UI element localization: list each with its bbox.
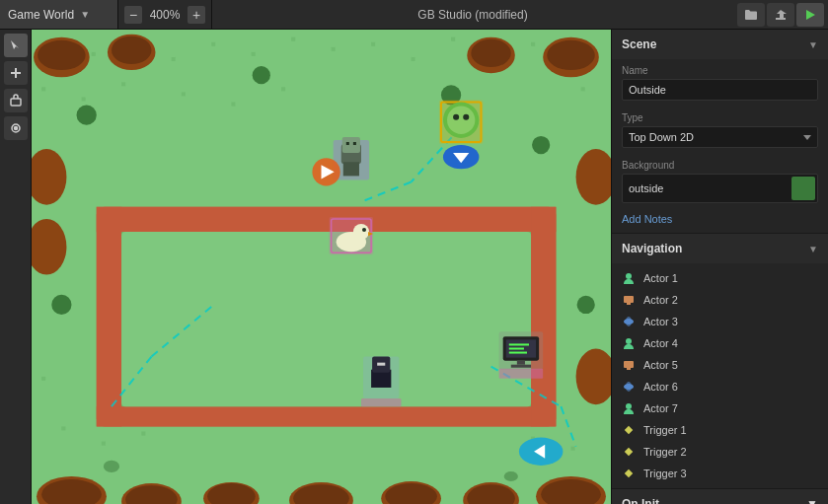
nav-item[interactable]: Actor 3: [612, 311, 828, 332]
svg-point-40: [77, 106, 97, 125]
svg-point-72: [463, 114, 469, 120]
svg-point-43: [532, 136, 550, 154]
svg-rect-16: [531, 42, 535, 46]
navigation-section-title: Navigation: [622, 242, 682, 255]
svg-rect-64: [353, 142, 356, 145]
zoom-level: 400%: [146, 8, 184, 22]
svg-rect-86: [509, 352, 527, 354]
trigger-icon: [622, 467, 636, 480]
bg-field: [622, 174, 818, 203]
zoom-in-button[interactable]: +: [188, 6, 205, 24]
folder-button[interactable]: [737, 3, 765, 27]
nav-item-label: Actor 6: [643, 381, 678, 393]
canvas-area[interactable]: [0, 30, 611, 504]
name-field-group: Name: [612, 59, 828, 107]
main-area: Scene ▼ Name Type Top Down 2D Background…: [0, 30, 828, 504]
svg-rect-52: [121, 232, 531, 406]
nav-item[interactable]: Actor 5: [612, 354, 828, 376]
navigation-list: Actor 1 Actor 2 Actor 3 Actor 4 Actor 5 …: [612, 263, 828, 488]
trigger-icon: [622, 445, 636, 459]
nav-item[interactable]: Trigger 2: [612, 441, 828, 463]
nav-item-label: Actor 1: [643, 272, 678, 284]
type-field-group: Type Top Down 2D: [612, 107, 828, 154]
svg-rect-25: [61, 426, 65, 430]
erase-tool[interactable]: [4, 89, 28, 112]
svg-point-115: [38, 40, 86, 70]
zoom-controls: − 400% +: [118, 0, 212, 29]
type-label: Type: [622, 112, 818, 123]
nav-item[interactable]: Actor 1: [612, 267, 828, 289]
name-input[interactable]: [622, 79, 818, 101]
svg-point-118: [547, 40, 595, 70]
svg-rect-87: [517, 361, 525, 365]
svg-point-71: [453, 114, 459, 120]
left-toolbar: [0, 30, 32, 504]
bg-input[interactable]: [623, 179, 790, 198]
navigation-collapse-icon[interactable]: ▼: [808, 244, 818, 254]
svg-rect-26: [102, 442, 106, 446]
svg-rect-93: [377, 363, 385, 366]
nav-item-label: Trigger 3: [643, 468, 687, 479]
svg-rect-10: [291, 37, 295, 41]
actor-icon: [622, 401, 636, 415]
nav-item[interactable]: Actor 2: [612, 289, 828, 311]
type-select[interactable]: Top Down 2D: [622, 126, 818, 148]
scene-canvas[interactable]: [32, 30, 611, 504]
actor3-icon: [622, 315, 636, 328]
game-scene-svg: [32, 30, 611, 504]
svg-rect-8: [211, 42, 215, 46]
svg-point-132: [626, 382, 632, 392]
svg-rect-27: [141, 431, 145, 435]
svg-rect-85: [509, 347, 524, 349]
export-button[interactable]: [767, 3, 794, 27]
svg-rect-21: [182, 92, 186, 96]
zoom-out-button[interactable]: −: [124, 6, 142, 24]
nav-item[interactable]: Trigger 3: [612, 463, 828, 484]
paint-tool[interactable]: [4, 116, 28, 140]
svg-rect-124: [624, 296, 634, 303]
actor-icon: [622, 336, 636, 350]
svg-rect-134: [625, 426, 633, 434]
select-tool[interactable]: [4, 34, 28, 57]
scene-section-title: Scene: [622, 37, 656, 51]
svg-rect-129: [624, 361, 634, 368]
trigger-icon: [622, 423, 636, 437]
svg-rect-136: [625, 469, 633, 477]
name-label: Name: [622, 65, 818, 76]
on-init-collapse-icon[interactable]: ▼: [806, 497, 818, 504]
bg-field-group: Background: [612, 154, 828, 209]
top-bar: Game World ▼ − 400% + GB Studio (modifie…: [0, 0, 828, 30]
svg-rect-0: [11, 99, 21, 106]
svg-rect-30: [41, 377, 45, 381]
nav-item-label: Trigger 1: [643, 424, 687, 436]
world-selector-chevron: ▼: [80, 9, 90, 20]
svg-point-41: [253, 66, 270, 84]
world-selector[interactable]: Game World ▼: [0, 0, 118, 29]
svg-rect-89: [499, 369, 544, 379]
scene-section: Scene ▼ Name Type Top Down 2D Background…: [612, 30, 828, 234]
world-label: Game World: [8, 8, 74, 22]
svg-rect-7: [172, 57, 176, 61]
svg-rect-19: [82, 97, 86, 101]
play-button[interactable]: [796, 3, 824, 27]
on-init-header: On Init ▼: [612, 489, 828, 504]
actor-icon: [622, 271, 636, 285]
add-tool[interactable]: [4, 61, 28, 85]
app-title: GB Studio (modified): [212, 8, 733, 22]
add-notes-link[interactable]: Add Notes: [612, 209, 828, 233]
svg-point-128: [626, 338, 632, 344]
svg-point-38: [104, 461, 119, 472]
scene-collapse-icon[interactable]: ▼: [808, 39, 818, 50]
nav-item[interactable]: Actor 4: [612, 332, 828, 354]
svg-rect-23: [281, 87, 285, 91]
nav-item[interactable]: Actor 7: [612, 397, 828, 419]
nav-item[interactable]: Actor 6: [612, 376, 828, 397]
svg-point-39: [504, 471, 518, 481]
svg-point-80: [362, 228, 366, 232]
svg-rect-51: [531, 207, 556, 427]
svg-point-117: [471, 39, 510, 67]
svg-rect-61: [343, 162, 359, 176]
svg-point-116: [112, 36, 151, 64]
svg-point-78: [353, 224, 369, 240]
nav-item[interactable]: Trigger 1: [612, 419, 828, 441]
